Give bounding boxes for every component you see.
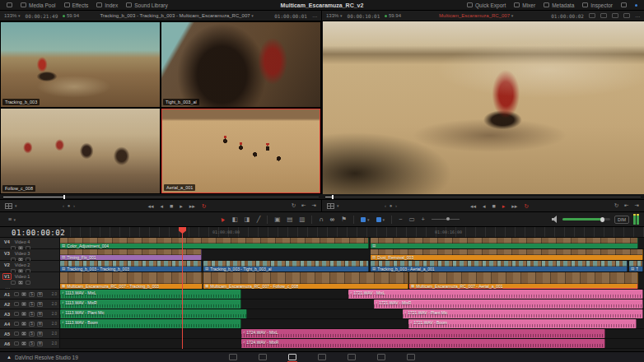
track-lane[interactable]: ♪1113.WAV - MixR♪1721.WAV - MixR	[60, 299, 644, 309]
play-button[interactable]: ▸	[180, 203, 183, 209]
app-menu-icon[interactable]	[7, 2, 12, 7]
stop-button[interactable]: ■	[170, 203, 173, 209]
source-scrubber[interactable]	[0, 194, 322, 200]
flag-icon[interactable]: ⚑	[341, 216, 347, 223]
track-lane[interactable]: ▤Color_Adjustment_004▤	[60, 238, 644, 248]
metadata-button[interactable]: Metadata	[544, 2, 574, 8]
loop-clip-icon[interactable]: ↻	[614, 203, 618, 209]
page-media-icon[interactable]	[229, 354, 237, 360]
gang-viewers-icon[interactable]	[589, 13, 595, 18]
mute-button[interactable]: M	[37, 341, 43, 346]
solo-button[interactable]: S	[29, 302, 35, 307]
multicam-angle-4-active[interactable]: Aerial_a_001	[161, 109, 320, 193]
color-overlay-icon[interactable]	[612, 13, 618, 18]
timeline-clip[interactable]: ▤Tracking_b_003 - Tight_b_003_al	[203, 261, 369, 272]
timeline-clip[interactable]: ▦Multicam_Escaramuza_RC_007 - Follow_c_0…	[203, 272, 408, 289]
page-fusion-icon[interactable]	[318, 354, 326, 360]
multicam-angle-2[interactable]: Tight_b_003_al	[161, 22, 320, 107]
quick-export-button[interactable]: Quick Export	[467, 2, 506, 8]
jog-control[interactable]: ‹ ● ›	[385, 203, 398, 208]
track-divider-handle[interactable]: ⋯	[5, 285, 11, 290]
page-edit-icon[interactable]	[288, 354, 296, 360]
jog-control[interactable]: ‹ ● ›	[63, 203, 76, 208]
page-color-icon[interactable]	[348, 354, 356, 360]
track-select-badge[interactable]: V3	[2, 250, 12, 257]
track-lock-icon[interactable]	[14, 332, 19, 336]
mark-in-icon[interactable]: ⇤	[624, 203, 628, 209]
timeline-zoom-slider[interactable]	[432, 219, 460, 220]
flag-color-dropdown[interactable]: ▾	[376, 216, 385, 223]
chevron-down-icon[interactable]: ▾	[15, 203, 17, 208]
go-to-end-button[interactable]: ▸▸	[189, 203, 195, 209]
audio-clip[interactable]: ♪1721.WAV - Boom	[408, 319, 637, 328]
effects-button[interactable]: Effects	[64, 2, 89, 8]
go-to-start-button[interactable]: ◂◂	[147, 203, 153, 209]
track-select-badge[interactable]: A1	[2, 291, 12, 298]
media-pool-button[interactable]: Media Pool	[21, 2, 56, 8]
timeline-clip[interactable]: ▤	[371, 238, 638, 248]
track-lane[interactable]: ▦Multicam_Escaramuza_RC_007 - Tracking_b…	[60, 272, 644, 289]
link-clips-icon[interactable]: ∞	[330, 216, 334, 223]
timeline-clip[interactable]: ▦Multicam_Escaramuza_RC_007 - Aerial_a_0…	[409, 272, 638, 289]
monitor-volume-slider[interactable]	[562, 218, 610, 220]
audio-clip[interactable]: ♪1721.WAV - Plant Mic	[403, 309, 643, 318]
go-to-end-button[interactable]: ▸▸	[511, 203, 517, 209]
solo-button[interactable]: S	[29, 332, 35, 336]
index-button[interactable]: Index	[96, 2, 118, 8]
track-select-badge[interactable]: V2	[2, 262, 12, 268]
timeline-name-dropdown[interactable]: Multicam_Escaramuza_RC_007 ▾	[406, 13, 546, 18]
multicam-view-icon[interactable]	[5, 203, 12, 209]
track-enable-icon[interactable]	[26, 281, 30, 285]
ruler-lane[interactable]: 01:00:08:0001:00:16:00	[60, 227, 644, 237]
track-lane[interactable]: ♪1724.WAV - MixL	[60, 329, 644, 338]
step-back-button[interactable]: ◂	[160, 203, 163, 209]
timeline-clip[interactable]: ▤Dust_Removal_003	[371, 249, 643, 260]
track-autoselect-icon[interactable]	[18, 281, 23, 285]
page-deliver-icon[interactable]	[407, 354, 415, 360]
viewer-mode-icon[interactable]	[600, 13, 607, 18]
audio-clip[interactable]: ♪1724.WAV - MixL	[241, 329, 605, 338]
mute-button[interactable]: M	[37, 332, 43, 336]
go-to-start-button[interactable]: ◂◂	[470, 203, 476, 209]
track-lane[interactable]: ▤Tracking_b_003 - Tracking_b_003▤Trackin…	[60, 261, 644, 272]
track-lock-icon[interactable]	[11, 281, 16, 285]
solo-button[interactable]: S	[29, 341, 35, 346]
audio-clip[interactable]: ♪1113.WAV - MixL	[60, 290, 241, 299]
solo-button[interactable]: S	[29, 322, 35, 327]
audio-clip[interactable]: ♪1721.WAV - MixL	[348, 290, 643, 299]
track-autoselect-icon[interactable]	[21, 292, 26, 296]
timeline-clip[interactable]: ▤T	[629, 261, 643, 272]
timeline-clip[interactable]: ▤Tracking_b_003 - Tracking_b_003	[60, 261, 202, 272]
playhead-line[interactable]	[182, 227, 183, 349]
mute-button[interactable]: M	[37, 312, 43, 317]
track-lane[interactable]: ♪1724.WAV - MixR	[60, 339, 644, 348]
overwrite-clip-icon[interactable]: ▤	[287, 216, 292, 223]
razor-icon[interactable]: ╱	[257, 216, 261, 223]
chevron-down-icon[interactable]: ▾	[337, 203, 339, 208]
multicam-angle-1[interactable]: Tracking_b_003	[1, 22, 160, 107]
track-lane[interactable]: ♪1113.WAV - Plant Mic♪1721.WAV - Plant M…	[60, 309, 644, 318]
timeline-scrubber[interactable]	[322, 194, 644, 200]
track-select-badge[interactable]: A6	[2, 341, 12, 347]
zoom-fit-icon[interactable]: ▭	[409, 216, 415, 223]
solo-button[interactable]: S	[29, 292, 35, 297]
dynamic-trim-icon[interactable]: ◨	[245, 216, 250, 223]
track-autoselect-icon[interactable]	[21, 322, 26, 326]
audio-clip[interactable]: ♪1721.WAV - MixR	[374, 299, 643, 309]
audio-clip[interactable]: ♪1113.WAV - MixR	[60, 299, 241, 309]
track-lane[interactable]: ▤Timing_Fix_001▤Dust_Removal_003	[60, 249, 644, 260]
timeline-clip[interactable]: ▤Timing_Fix_001	[60, 249, 202, 260]
timeline-options-menu[interactable]: ⋯	[635, 13, 640, 19]
speaker-icon[interactable]	[552, 216, 558, 223]
track-lock-icon[interactable]	[14, 322, 19, 326]
loop-clip-icon[interactable]: ↻	[292, 203, 296, 209]
timeline-ruler[interactable]: 01:00:00:02 01:00:08:0001:00:16:00	[0, 227, 644, 238]
zoom-in-icon[interactable]: +	[422, 216, 425, 223]
loop-button-active[interactable]: ↻	[524, 203, 529, 209]
audio-clip[interactable]: ♪1724.WAV - MixR	[241, 339, 605, 348]
track-autoselect-icon[interactable]	[21, 341, 26, 346]
replace-clip-icon[interactable]: ▥	[299, 216, 305, 223]
track-select-badge[interactable]: V4	[2, 239, 12, 245]
timeline-view-icon[interactable]	[327, 203, 334, 209]
track-lock-icon[interactable]	[14, 312, 19, 316]
